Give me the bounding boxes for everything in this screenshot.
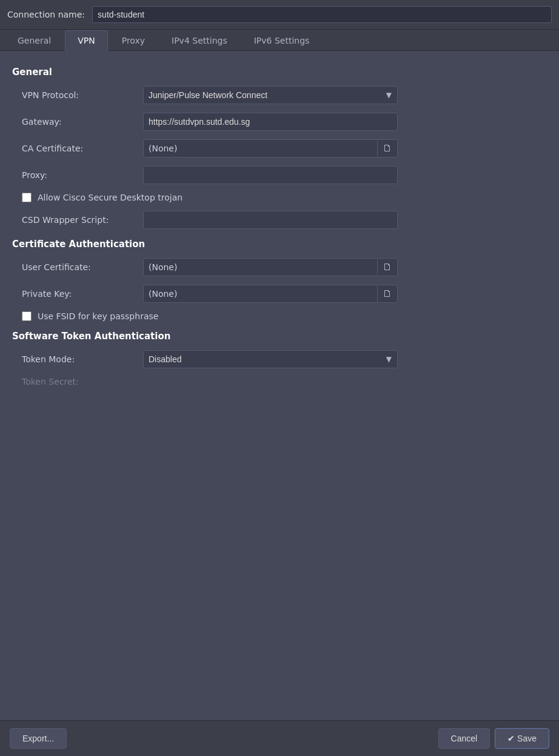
tabs-row: General VPN Proxy IPv4 Settings IPv6 Set… [0, 30, 559, 51]
proxy-input[interactable] [143, 166, 398, 184]
save-button[interactable]: ✔ Save [495, 728, 549, 749]
gateway-label: Gateway: [22, 117, 143, 127]
software-token-section-title: Software Token Authentication [12, 331, 547, 342]
footer-left: Export... [10, 728, 67, 749]
cert-auth-section-title: Certificate Authentication [12, 239, 547, 250]
footer: Export... Cancel ✔ Save [0, 720, 559, 756]
user-certificate-label: User Certificate: [22, 262, 143, 272]
token-secret-label: Token Secret: [22, 377, 79, 386]
gateway-row: Gateway: [12, 113, 547, 131]
vpn-protocol-label: VPN Protocol: [22, 90, 143, 100]
user-certificate-row: User Certificate: (None) 🗋 [12, 258, 547, 276]
private-key-browse-button[interactable]: 🗋 [377, 286, 397, 302]
csd-wrapper-input[interactable] [143, 211, 398, 229]
connection-name-label: Connection name: [7, 10, 85, 19]
vpn-protocol-select-wrapper: Juniper/Pulse Network Connect ▼ [143, 86, 398, 104]
tab-general[interactable]: General [5, 30, 64, 51]
token-mode-select-wrapper: Disabled TOTP HOTP RSA SecurID ▼ [143, 350, 398, 368]
general-section: General VPN Protocol: Juniper/Pulse Netw… [12, 67, 547, 229]
user-certificate-browse-button[interactable]: 🗋 [377, 259, 397, 275]
tab-vpn[interactable]: VPN [65, 30, 108, 51]
ca-certificate-row: CA Certificate: (None) 🗋 [12, 139, 547, 158]
main-content: General VPN Protocol: Juniper/Pulse Netw… [0, 51, 559, 720]
software-token-section: Software Token Authentication Token Mode… [12, 331, 547, 386]
use-fsid-row: Use FSID for key passphrase [12, 311, 547, 321]
user-certificate-value: (None) [144, 259, 377, 276]
ca-certificate-value: (None) [144, 140, 377, 157]
use-fsid-checkbox[interactable] [22, 311, 32, 321]
cancel-button[interactable]: Cancel [438, 728, 490, 749]
tab-proxy[interactable]: Proxy [109, 30, 158, 51]
vpn-protocol-row: VPN Protocol: Juniper/Pulse Network Conn… [12, 86, 547, 104]
proxy-row: Proxy: [12, 166, 547, 184]
ca-certificate-picker: (None) 🗋 [143, 139, 398, 158]
token-mode-select[interactable]: Disabled TOTP HOTP RSA SecurID [143, 350, 398, 368]
private-key-row: Private Key: (None) 🗋 [12, 285, 547, 303]
ca-certificate-label: CA Certificate: [22, 144, 143, 153]
tab-ipv6-settings[interactable]: IPv6 Settings [241, 30, 323, 51]
general-section-title: General [12, 67, 547, 78]
proxy-label: Proxy: [22, 170, 143, 180]
use-fsid-label: Use FSID for key passphrase [38, 311, 158, 321]
user-certificate-picker: (None) 🗋 [143, 258, 398, 276]
token-mode-row: Token Mode: Disabled TOTP HOTP RSA Secur… [12, 350, 547, 368]
csd-wrapper-row: CSD Wrapper Script: [12, 211, 547, 229]
private-key-picker: (None) 🗋 [143, 285, 398, 303]
footer-right: Cancel ✔ Save [438, 728, 549, 749]
vpn-protocol-select[interactable]: Juniper/Pulse Network Connect [143, 86, 398, 104]
private-key-label: Private Key: [22, 289, 143, 299]
connection-name-row: Connection name: [0, 0, 559, 30]
connection-name-input[interactable] [92, 6, 552, 23]
gateway-input[interactable] [143, 113, 398, 131]
export-button[interactable]: Export... [10, 728, 67, 749]
allow-cisco-row: Allow Cisco Secure Desktop trojan [12, 193, 547, 202]
tab-ipv4-settings[interactable]: IPv4 Settings [159, 30, 240, 51]
token-mode-label: Token Mode: [22, 354, 143, 364]
private-key-value: (None) [144, 285, 377, 302]
allow-cisco-label: Allow Cisco Secure Desktop trojan [38, 193, 182, 202]
ca-certificate-browse-button[interactable]: 🗋 [377, 141, 397, 156]
allow-cisco-checkbox[interactable] [22, 193, 32, 202]
token-secret-row: Token Secret: [12, 377, 547, 386]
cert-auth-section: Certificate Authentication User Certific… [12, 239, 547, 321]
csd-wrapper-label: CSD Wrapper Script: [22, 215, 143, 225]
